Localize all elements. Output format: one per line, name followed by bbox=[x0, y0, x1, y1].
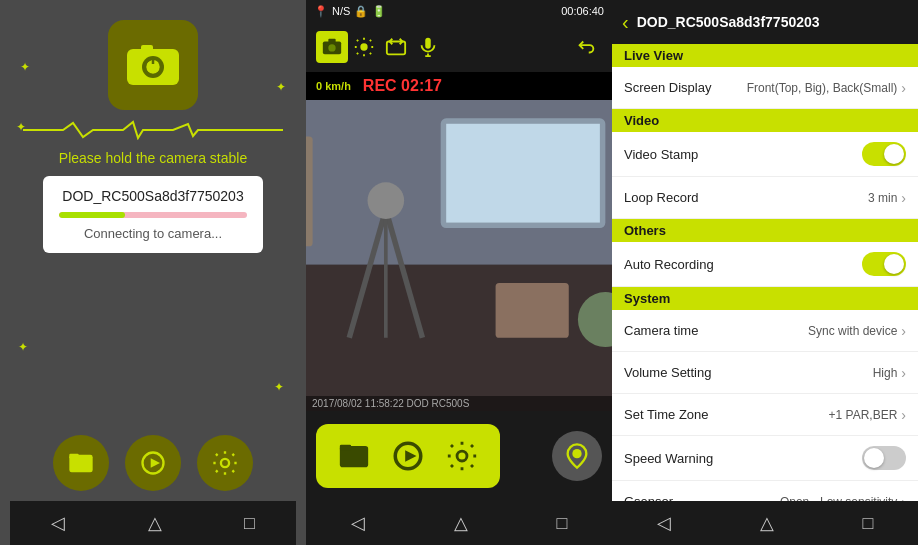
return-btn[interactable] bbox=[570, 31, 602, 63]
home-nav-p2[interactable]: △ bbox=[454, 512, 468, 534]
svg-rect-7 bbox=[69, 454, 78, 459]
row-label: Gsensor bbox=[624, 494, 673, 501]
brightness-icon bbox=[353, 36, 375, 58]
section-header-live-view: Live View bbox=[612, 44, 918, 67]
row-value: High› bbox=[873, 365, 906, 381]
speed-display: 0 km/h bbox=[316, 80, 351, 92]
recent-nav-p2[interactable]: □ bbox=[557, 513, 568, 534]
video-button[interactable] bbox=[125, 435, 181, 491]
photo-icon bbox=[321, 36, 343, 58]
row-value-text: +1 PAR,BER bbox=[829, 408, 898, 422]
back-nav-p3[interactable]: ◁ bbox=[657, 512, 671, 534]
panel-settings: ‹ DOD_RC500Sa8d3f7750203 Live ViewScreen… bbox=[612, 0, 918, 545]
row-label: Camera time bbox=[624, 323, 698, 338]
connecting-content: Please hold the camera stable DOD_RC500S… bbox=[10, 20, 296, 253]
nav-bar-p3: ◁ △ □ bbox=[612, 501, 918, 545]
svg-point-27 bbox=[368, 182, 405, 219]
row-label: Set Time Zone bbox=[624, 407, 709, 422]
camera-switch-btn[interactable] bbox=[380, 31, 412, 63]
chevron-icon: › bbox=[901, 407, 906, 423]
svg-rect-22 bbox=[306, 137, 313, 247]
section-header-system: System bbox=[612, 287, 918, 310]
nav-bar-p1: ◁ △ □ bbox=[10, 501, 296, 545]
back-button[interactable]: ‹ bbox=[622, 11, 629, 34]
camera-svg bbox=[123, 35, 183, 95]
feed-background bbox=[306, 100, 612, 411]
svg-point-12 bbox=[328, 44, 335, 51]
status-bar: 📍 N/S 🔒 🔋 00:06:40 bbox=[306, 0, 612, 22]
camera-power-icon bbox=[108, 20, 198, 110]
brightness-btn[interactable] bbox=[348, 31, 380, 63]
status-time: 00:06:40 bbox=[561, 5, 604, 17]
toggle-knob bbox=[884, 144, 904, 164]
settings-row[interactable]: Video Stamp bbox=[612, 132, 918, 177]
photo-mode-btn[interactable] bbox=[316, 31, 348, 63]
settings-row[interactable]: Camera timeSync with device› bbox=[612, 310, 918, 352]
row-value-text: Sync with device bbox=[808, 324, 897, 338]
row-label: Video Stamp bbox=[624, 147, 698, 162]
settings-row[interactable]: Volume SettingHigh› bbox=[612, 352, 918, 394]
settings-row[interactable]: Set Time Zone+1 PAR,BER› bbox=[612, 394, 918, 436]
panel-liveview: 📍 N/S 🔒 🔋 00:06:40 bbox=[306, 0, 612, 545]
video-action-btn[interactable] bbox=[386, 434, 430, 478]
settings-row[interactable]: Auto Recording bbox=[612, 242, 918, 287]
recent-nav-p3[interactable]: □ bbox=[863, 513, 874, 534]
svg-rect-31 bbox=[340, 445, 351, 451]
speed-area: 0 km/h REC 02:17 bbox=[306, 72, 612, 100]
row-value: Front(Top, Big), Back(Small)› bbox=[747, 80, 906, 96]
feed-timestamp: 2017/08/02 11:58:22 DOD RC500S bbox=[312, 398, 469, 409]
gear-action-icon bbox=[445, 439, 479, 473]
feed-svg bbox=[306, 100, 612, 411]
bottom-controls bbox=[306, 411, 612, 501]
row-label: Speed Warning bbox=[624, 451, 713, 466]
svg-point-10 bbox=[221, 459, 229, 467]
nav-bar-p2: ◁ △ □ bbox=[306, 501, 612, 545]
settings-row[interactable]: Loop Record3 min› bbox=[612, 177, 918, 219]
settings-button[interactable] bbox=[197, 435, 253, 491]
camera-switch-icon bbox=[385, 36, 407, 58]
timestamp-overlay: 2017/08/02 11:58:22 DOD RC500S bbox=[306, 396, 612, 411]
folder-icon bbox=[67, 449, 95, 477]
row-value: Open - Low sensitivity› bbox=[780, 494, 906, 502]
home-nav[interactable]: △ bbox=[148, 512, 162, 534]
svg-rect-28 bbox=[496, 283, 569, 338]
svg-point-34 bbox=[457, 451, 467, 461]
gps-icon bbox=[563, 442, 591, 470]
row-label: Auto Recording bbox=[624, 257, 714, 272]
progress-fill bbox=[59, 212, 125, 218]
settings-action-btn[interactable] bbox=[440, 434, 484, 478]
folder-action-icon bbox=[337, 439, 371, 473]
row-value[interactable] bbox=[862, 142, 906, 166]
panel1-bottom: ◁ △ □ bbox=[10, 435, 296, 545]
heartbeat-line bbox=[10, 120, 296, 140]
gps-button[interactable] bbox=[552, 431, 602, 481]
toggle-switch[interactable] bbox=[862, 142, 906, 166]
toggle-switch[interactable] bbox=[862, 446, 906, 470]
back-nav[interactable]: ◁ bbox=[51, 512, 65, 534]
svg-rect-15 bbox=[387, 42, 405, 55]
mic-btn[interactable] bbox=[412, 31, 444, 63]
row-value: +1 PAR,BER› bbox=[829, 407, 906, 423]
row-value[interactable] bbox=[862, 252, 906, 276]
please-hold-text: Please hold the camera stable bbox=[59, 150, 247, 166]
svg-marker-33 bbox=[405, 450, 416, 461]
back-nav-p2[interactable]: ◁ bbox=[351, 512, 365, 534]
settings-row[interactable]: GsensorOpen - Low sensitivity› bbox=[612, 481, 918, 501]
panel-connecting: ✦ ✦ ✦ ✦ ✦ Please hold the camera stable … bbox=[0, 0, 306, 545]
svg-rect-21 bbox=[446, 124, 600, 223]
settings-row[interactable]: Screen DisplayFront(Top, Big), Back(Smal… bbox=[612, 67, 918, 109]
files-action-btn[interactable] bbox=[332, 434, 376, 478]
settings-row[interactable]: Speed Warning bbox=[612, 436, 918, 481]
recent-nav[interactable]: □ bbox=[244, 513, 255, 534]
toggle-switch[interactable] bbox=[862, 252, 906, 276]
bottom-icons bbox=[10, 435, 296, 491]
home-nav-p3[interactable]: △ bbox=[760, 512, 774, 534]
video-icon bbox=[139, 449, 167, 477]
settings-list: Live ViewScreen DisplayFront(Top, Big), … bbox=[612, 44, 918, 501]
video-action-icon bbox=[391, 439, 425, 473]
toggle-knob bbox=[864, 448, 884, 468]
files-button[interactable] bbox=[53, 435, 109, 491]
status-left: 📍 N/S 🔒 🔋 bbox=[314, 5, 386, 18]
row-value[interactable] bbox=[862, 446, 906, 470]
connecting-status: Connecting to camera... bbox=[59, 226, 247, 241]
